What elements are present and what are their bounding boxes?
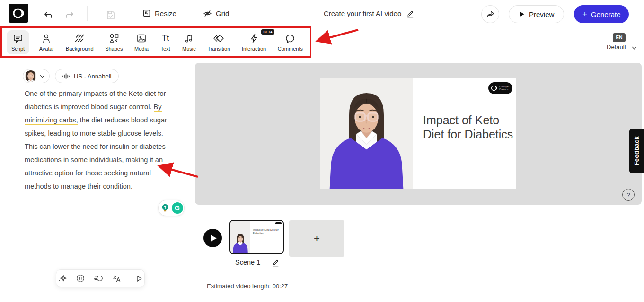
- undo-button[interactable]: [41, 8, 56, 23]
- avatar-image: [320, 78, 413, 189]
- waveform-icon: [62, 73, 70, 79]
- script-toolbar: [56, 269, 145, 287]
- estimated-length-label: Estimated video length: 00:27: [207, 283, 288, 290]
- undo-icon: [43, 9, 54, 21]
- tab-shapes[interactable]: Shapes: [103, 30, 124, 54]
- tab-label: Comments: [278, 46, 303, 52]
- annotation-arrow-tabs: [320, 30, 358, 40]
- tab-text[interactable]: Tt Text: [159, 30, 173, 54]
- translate-icon: [112, 274, 121, 283]
- tab-label: Transition: [207, 46, 230, 52]
- feedback-label: Feedback: [633, 136, 640, 165]
- colossyan-logo-icon: [11, 6, 26, 20]
- tab-label: Text: [160, 46, 170, 52]
- video-canvas[interactable]: Impact of Keto Diet for Diabetics Coloss…: [195, 63, 642, 205]
- play-script-button[interactable]: [132, 272, 145, 285]
- tab-label: Shapes: [105, 46, 123, 52]
- resize-label: Resize: [155, 9, 176, 17]
- app-logo[interactable]: [9, 4, 28, 23]
- project-title-group: Create your first AI video: [324, 0, 415, 26]
- share-icon: [485, 9, 495, 19]
- divider: [185, 6, 185, 21]
- share-button[interactable]: [481, 5, 499, 23]
- editor-tab-bar: Script Avatar Background Shapes: [2, 27, 309, 57]
- tab-label: Interaction: [242, 46, 266, 52]
- music-icon: [184, 33, 194, 43]
- slide-text-area: Impact of Keto Diet for Diabetics Coloss…: [413, 78, 516, 189]
- media-icon: [136, 33, 147, 43]
- translate-button[interactable]: [110, 272, 123, 285]
- ai-enhance-button[interactable]: [56, 272, 69, 285]
- app-window: Resize Grid Create your first AI video: [0, 0, 644, 302]
- scene-label-row: Scene 1: [235, 258, 280, 267]
- tone-suggestion-icon: [160, 203, 170, 213]
- voice-label: US - Annabell: [74, 73, 112, 80]
- grid-hidden-icon: [203, 9, 212, 18]
- scene-label: Scene 1: [235, 259, 260, 266]
- grid-label: Grid: [216, 9, 229, 17]
- divider: [87, 6, 88, 21]
- avatar-layer[interactable]: [320, 78, 413, 189]
- generate-button[interactable]: + Generate: [574, 5, 629, 23]
- scene-thumb-avatar: [230, 221, 250, 253]
- tab-interaction[interactable]: BETA Interaction: [240, 30, 268, 54]
- tab-background[interactable]: Background: [64, 30, 96, 54]
- redo-icon: [64, 9, 75, 21]
- scene-thumbnail[interactable]: Impact of Keto Diet for Diabetics: [229, 220, 284, 254]
- save-icon: [105, 9, 116, 21]
- plus-icon: +: [582, 9, 587, 19]
- video-slide[interactable]: Impact of Keto Diet for Diabetics Coloss…: [320, 78, 516, 189]
- watermark-text: Colossyan Creator™: [499, 86, 509, 91]
- chevron-down-icon: [39, 73, 45, 79]
- play-icon: [210, 234, 217, 242]
- shapes-icon: [109, 33, 119, 43]
- help-button[interactable]: ?: [622, 189, 635, 201]
- tab-label: Music: [182, 46, 196, 52]
- grammarly-icon: G: [172, 202, 183, 214]
- script-editor[interactable]: One of the primary impacts of the Keto d…: [25, 87, 168, 193]
- edit-scene-icon[interactable]: [272, 258, 280, 267]
- scene-thumb-watermark: [275, 222, 282, 224]
- tab-label: Media: [134, 46, 149, 52]
- scene-thumb-title: Impact of Keto Diet for Diabetics: [253, 228, 279, 235]
- pause-marker-button[interactable]: [74, 272, 87, 285]
- grammarly-widget[interactable]: G: [158, 200, 185, 216]
- avatar-selector[interactable]: [23, 69, 50, 83]
- speed-button[interactable]: [92, 272, 105, 285]
- save-button[interactable]: [103, 8, 118, 23]
- feedback-tab[interactable]: Feedback: [629, 129, 644, 173]
- tab-music[interactable]: Music: [180, 30, 198, 54]
- slide-title-text[interactable]: Impact of Keto Diet for Diabetics: [423, 113, 516, 141]
- generate-label: Generate: [591, 10, 621, 18]
- resize-icon: [142, 9, 151, 18]
- question-icon: ?: [626, 191, 630, 198]
- project-title[interactable]: Create your first AI video: [324, 9, 401, 17]
- tab-comments[interactable]: Comments: [276, 30, 305, 54]
- redo-button[interactable]: [62, 8, 77, 23]
- language-label: Default: [607, 43, 626, 51]
- script-text-after: the diet reduces blood sugar spikes, lea…: [25, 116, 167, 190]
- add-scene-button[interactable]: +: [289, 220, 344, 257]
- resize-button[interactable]: Resize: [142, 0, 176, 26]
- language-badge: EN: [613, 33, 626, 42]
- tab-transition[interactable]: Transition: [205, 30, 232, 54]
- tab-label: Avatar: [39, 46, 54, 52]
- tab-script[interactable]: Script: [7, 30, 29, 54]
- scene-thumb-text: Impact of Keto Diet for Diabetics: [250, 221, 283, 253]
- tab-media[interactable]: Media: [132, 30, 150, 54]
- script-icon: [13, 33, 23, 43]
- background-icon: [74, 33, 85, 43]
- avatar-icon: [41, 33, 52, 43]
- voice-selector[interactable]: US - Annabell: [55, 69, 119, 83]
- comments-icon: [285, 33, 295, 43]
- tab-avatar[interactable]: Avatar: [37, 30, 56, 54]
- colossyan-watermark-icon: [491, 85, 498, 92]
- play-icon: [519, 11, 525, 17]
- grid-toggle[interactable]: Grid: [203, 0, 229, 26]
- preview-button[interactable]: Preview: [509, 5, 564, 23]
- text-icon: Tt: [160, 33, 171, 43]
- edit-title-icon[interactable]: [406, 9, 415, 18]
- watermark-badge: Colossyan Creator™: [488, 82, 512, 94]
- script-text-before: One of the primary impacts of the Keto d…: [25, 90, 166, 111]
- play-video-button[interactable]: [203, 229, 222, 247]
